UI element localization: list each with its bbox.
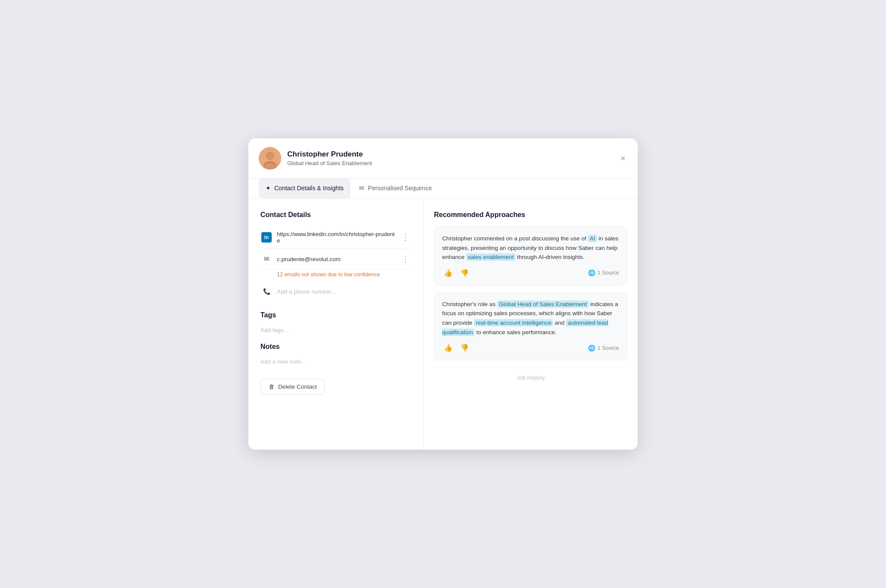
modal-header: Christopher Prudente Global Head of Sale… bbox=[248, 138, 638, 179]
card1-source-count: 1 Source bbox=[597, 270, 619, 276]
modal-body: Contact Details in https://www.linkedin.… bbox=[248, 199, 638, 450]
tab-contact-details[interactable]: ✦ Contact Details & Insights bbox=[259, 179, 350, 198]
card1-highlight-ai: AI bbox=[588, 235, 597, 242]
linkedin-menu-icon[interactable]: ⋮ bbox=[400, 233, 411, 242]
avatar bbox=[259, 147, 281, 169]
svg-point-3 bbox=[266, 152, 273, 159]
card2-source-count: 1 Source bbox=[597, 345, 619, 351]
email-item: ✉ c.prudente@revolut.com ⋮ bbox=[260, 249, 411, 270]
sparkle-icon: ✦ bbox=[266, 185, 271, 192]
add-phone-placeholder: Add a phone number... bbox=[277, 288, 336, 295]
card1-source: 🌐 1 Source bbox=[588, 269, 619, 276]
email-menu-icon[interactable]: ⋮ bbox=[400, 254, 411, 264]
linkedin-item: in https://www.linkedin.com/in/christoph… bbox=[260, 227, 411, 249]
approach-card-2-text: Christopher's role as Global Head of Sal… bbox=[442, 300, 619, 337]
card1-source-icon: 🌐 bbox=[588, 269, 595, 276]
card2-text-middle2: and bbox=[553, 320, 566, 326]
tags-section: Tags Add tags... bbox=[260, 311, 411, 333]
contact-title: Global Head of Sales Enablement bbox=[287, 160, 372, 166]
card2-text-before: Christopher's role as bbox=[442, 301, 497, 307]
card1-highlight-sales-enablement: sales enablement bbox=[466, 253, 516, 261]
tabs-bar: ✦ Contact Details & Insights ✉ Personali… bbox=[248, 179, 638, 199]
card2-thumbs-up-button[interactable]: 👍 bbox=[442, 343, 454, 353]
tags-placeholder[interactable]: Add tags... bbox=[260, 327, 411, 333]
card2-highlight-realtime: real-time account intelligence bbox=[474, 319, 553, 326]
approach-card-1-text: Christopher commented on a post discussi… bbox=[442, 234, 619, 262]
email-icon: ✉ bbox=[264, 255, 270, 263]
card1-text-after: through AI-driven insights. bbox=[515, 254, 584, 260]
linkedin-icon-wrapper: in bbox=[260, 231, 273, 243]
contact-modal: Christopher Prudente Global Head of Sale… bbox=[248, 138, 638, 450]
tab-contact-details-label: Contact Details & Insights bbox=[274, 185, 343, 192]
linkedin-url[interactable]: https://www.linkedin.com/in/christopher-… bbox=[277, 231, 395, 244]
notes-section: Notes Add a new note... bbox=[260, 343, 411, 365]
close-button[interactable]: × bbox=[617, 152, 629, 164]
contact-name: Christopher Prudente bbox=[287, 150, 372, 159]
notes-title: Notes bbox=[260, 343, 411, 351]
tags-title: Tags bbox=[260, 311, 411, 319]
card1-thumbs-up-button[interactable]: 👍 bbox=[442, 268, 454, 278]
approach-card-2: Christopher's role as Global Head of Sal… bbox=[434, 292, 627, 360]
approach-card-1: Christopher commented on a post discussi… bbox=[434, 227, 627, 285]
contact-details-title: Contact Details bbox=[260, 211, 411, 219]
card2-thumbs-down-button[interactable]: 👎 bbox=[459, 343, 471, 353]
tab-personalised-sequence[interactable]: ✉ Personalised Sequence bbox=[352, 179, 439, 198]
recommended-approaches-title: Recommended Approaches bbox=[434, 211, 627, 219]
envelope-icon: ✉ bbox=[359, 185, 364, 192]
trash-icon: 🗑 bbox=[269, 383, 275, 390]
card2-footer: 👍 👎 🌐 1 Source bbox=[442, 343, 619, 353]
phone-icon-wrapper: 📞 bbox=[260, 285, 273, 297]
delete-contact-button[interactable]: 🗑 Delete Contact bbox=[260, 379, 325, 395]
card2-source: 🌐 1 Source bbox=[588, 345, 619, 352]
right-panel: Recommended Approaches Christopher comme… bbox=[424, 199, 638, 450]
header-info: Christopher Prudente Global Head of Sale… bbox=[287, 150, 372, 166]
tab-personalised-sequence-label: Personalised Sequence bbox=[368, 185, 432, 192]
add-phone-item[interactable]: 📞 Add a phone number... bbox=[260, 281, 411, 302]
left-panel: Contact Details in https://www.linkedin.… bbox=[248, 199, 424, 450]
card1-text-before: Christopher commented on a post discussi… bbox=[442, 235, 588, 242]
card2-source-icon: 🌐 bbox=[588, 345, 595, 352]
low-confidence-notice: 12 emails not shown due to low confidenc… bbox=[277, 272, 411, 278]
linkedin-icon: in bbox=[261, 232, 272, 243]
card2-highlight-global-head: Global Head of Sales Enablement bbox=[497, 300, 588, 308]
phone-icon: 📞 bbox=[263, 288, 270, 295]
email-address[interactable]: c.prudente@revolut.com bbox=[277, 256, 395, 262]
card2-text-after: to enhance sales performance. bbox=[475, 329, 556, 336]
card1-thumbs-down-button[interactable]: 👎 bbox=[459, 268, 471, 278]
job-history-label: Job History bbox=[434, 367, 627, 381]
card1-footer: 👍 👎 🌐 1 Source bbox=[442, 268, 619, 278]
email-icon-wrapper: ✉ bbox=[260, 253, 273, 265]
notes-placeholder[interactable]: Add a new note... bbox=[260, 358, 411, 365]
delete-button-label: Delete Contact bbox=[278, 383, 317, 390]
